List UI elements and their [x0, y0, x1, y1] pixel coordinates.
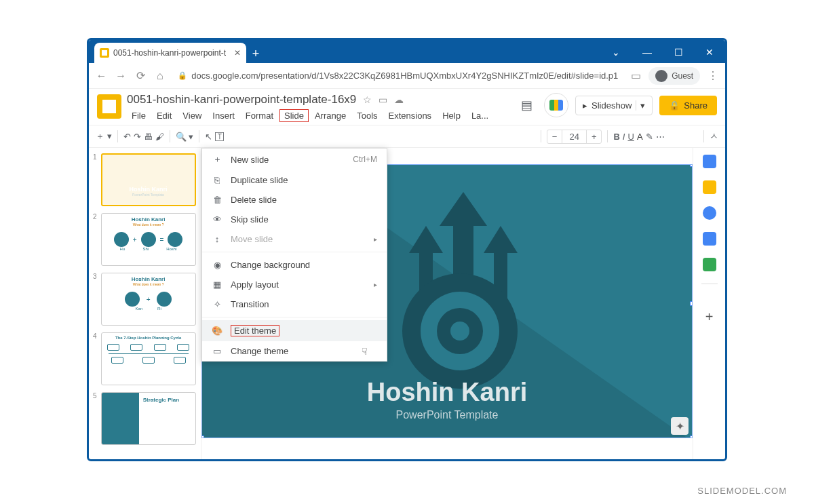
tab-title: 0051-hoshin-kanri-powerpoint-t [113, 48, 226, 58]
menu-arrange[interactable]: Arrange [310, 109, 351, 122]
browser-tab[interactable]: 0051-hoshin-kanri-powerpoint-t ✕ [94, 43, 246, 63]
selection-handle[interactable] [690, 301, 693, 306]
profile-label: Guest [672, 71, 693, 81]
highlight-button[interactable]: ✎ [646, 132, 653, 142]
slide-title[interactable]: Hoshin Kanri [202, 378, 692, 407]
new-slide-tool[interactable]: ＋ ▾ [96, 130, 112, 142]
fontsize-increase[interactable]: + [587, 130, 602, 143]
menu-edit-theme[interactable]: 🎨Edit theme☟ [202, 320, 387, 341]
browser-menu-button[interactable]: ⋮ [705, 66, 720, 85]
menu-change-theme[interactable]: ▭Change theme [202, 341, 387, 361]
nav-forward-button[interactable]: → [114, 66, 128, 85]
menu-new-slide[interactable]: ＋New slideCtrl+M [202, 149, 387, 170]
explore-button[interactable]: ✦ [671, 417, 689, 435]
textbox-tool[interactable]: 🅃 [215, 132, 224, 142]
nav-back-button[interactable]: ← [94, 66, 109, 85]
contacts-icon[interactable] [703, 232, 716, 246]
tasks-icon[interactable] [703, 206, 716, 220]
zoom-button[interactable]: 🔍 ▾ [176, 132, 194, 142]
window-maximize-button[interactable]: ☐ [663, 41, 694, 63]
share-button[interactable]: 🔒 Share [659, 96, 717, 115]
thumbnail-2[interactable]: 2 Hoshin Kanri What does it mean ? + = H… [93, 213, 197, 266]
thumbnail-4[interactable]: 4 The 7-Step Hoshin Planning Cycle [93, 332, 197, 385]
window-titlebar: 0051-hoshin-kanri-powerpoint-t ✕ + ⌄ — ☐… [89, 40, 725, 63]
menu-apply-layout[interactable]: ▦Apply layout▸ [202, 275, 387, 294]
slideshow-dropdown-icon[interactable]: ▾ [636, 100, 645, 111]
document-title[interactable]: 0051-hoshin-kanri-powerpoint-template-16… [127, 93, 356, 106]
menu-slide[interactable]: Slide [279, 109, 309, 122]
menu-move-slide: ↕Move slide▸ [202, 229, 387, 249]
menu-extensions[interactable]: Extensions [384, 109, 437, 122]
new-tab-button[interactable]: + [246, 44, 265, 63]
paint-format-button[interactable]: 🖌 [155, 132, 164, 142]
thumbnail-5[interactable]: 5 Strategic Plan [93, 392, 197, 445]
cursor-icon: ☟ [362, 346, 368, 357]
document-title-row: 0051-hoshin-kanri-powerpoint-template-16… [127, 93, 510, 106]
menu-skip-slide[interactable]: 👁Skip slide [202, 210, 387, 229]
print-button[interactable]: 🖶 [144, 132, 153, 142]
window-minimize-button[interactable]: — [632, 41, 663, 63]
slide-canvas[interactable]: ＋New slideCtrl+M ⎘Duplicate slide 🗑Delet… [201, 148, 693, 461]
meet-icon [549, 100, 563, 111]
text-color-button[interactable]: A [637, 132, 643, 142]
menu-delete-slide[interactable]: 🗑Delete slide [202, 190, 387, 210]
thumbnail-1[interactable]: 1 Hoshin Kanri PowerPoint Template [93, 153, 197, 206]
window-chevron-icon[interactable]: ⌄ [600, 41, 632, 63]
fontsize-decrease[interactable]: − [547, 130, 562, 143]
menu-format[interactable]: Format [241, 109, 278, 122]
font-size-stepper[interactable]: − 24 + [547, 130, 602, 144]
selection-handle[interactable] [690, 164, 693, 167]
meet-button[interactable] [544, 93, 568, 117]
underline-button[interactable]: U [627, 132, 634, 142]
comments-button[interactable]: ▤ [516, 94, 537, 116]
window-close-button[interactable]: ✕ [694, 41, 725, 63]
menu-help[interactable]: Help [438, 109, 465, 122]
watermark: SLIDEMODEL.COM [697, 486, 787, 496]
nav-reload-button[interactable]: ⟳ [134, 66, 148, 85]
redo-button[interactable]: ↷ [134, 132, 141, 142]
menu-tools[interactable]: Tools [352, 109, 382, 122]
selection-handle[interactable] [690, 435, 693, 438]
add-addon-button[interactable]: + [703, 309, 716, 323]
avatar-icon [655, 70, 667, 82]
thumbnail-3[interactable]: 3 Hoshin Kanri What does it mean ? + Kan… [93, 273, 197, 326]
selection-handle[interactable] [201, 435, 204, 438]
maps-icon[interactable] [703, 258, 716, 271]
menu-view[interactable]: View [178, 109, 206, 122]
menu-change-background[interactable]: ◉Change background [202, 255, 387, 275]
thumb-1-preview: Hoshin Kanri PowerPoint Template [101, 153, 196, 206]
url-field[interactable]: 🔒 docs.google.com/presentation/d/1Vs8x22… [172, 71, 623, 81]
undo-button[interactable]: ↶ [123, 132, 131, 142]
profile-chip[interactable]: Guest [648, 67, 700, 85]
play-icon: ▸ [583, 100, 587, 111]
menu-overflow[interactable]: La... [467, 109, 493, 122]
thumb-3-preview: Hoshin Kanri What does it mean ? + KanRi [101, 273, 196, 326]
share-label: Share [684, 100, 708, 111]
menu-insert[interactable]: Insert [208, 109, 239, 122]
menu-duplicate-slide[interactable]: ⎘Duplicate slide [202, 170, 387, 190]
move-icon[interactable]: ▭ [379, 94, 387, 105]
slideshow-button[interactable]: ▸ Slideshow ▾ [575, 96, 653, 115]
keep-icon[interactable] [703, 180, 716, 194]
italic-button[interactable]: I [623, 132, 625, 142]
more-tools-button[interactable]: ⋯ [656, 132, 665, 142]
menu-edit[interactable]: Edit [152, 109, 176, 122]
app-header: 0051-hoshin-kanri-powerpoint-template-16… [89, 89, 725, 122]
star-icon[interactable]: ☆ [363, 94, 372, 105]
browser-window: 0051-hoshin-kanri-powerpoint-t ✕ + ⌄ — ☐… [87, 38, 727, 461]
calendar-icon[interactable] [703, 155, 716, 168]
fontsize-value[interactable]: 24 [562, 130, 586, 143]
extension-icon[interactable]: ▭ [629, 66, 643, 85]
slides-logo[interactable] [97, 94, 121, 119]
bold-button[interactable]: B [613, 132, 619, 142]
cloud-status-icon[interactable]: ☁ [394, 94, 404, 105]
tab-close-icon[interactable]: ✕ [234, 48, 241, 58]
menu-transition[interactable]: ✧Transition [202, 294, 387, 314]
select-tool[interactable]: ↖ [205, 132, 212, 142]
nav-home-button[interactable]: ⌂ [153, 66, 167, 85]
menu-bar: File Edit View Insert Format Slide Arran… [127, 109, 510, 122]
menu-file[interactable]: File [127, 109, 151, 122]
thumbnail-panel[interactable]: 1 Hoshin Kanri PowerPoint Template 2 Hos… [89, 148, 201, 461]
slide-subtitle[interactable]: PowerPoint Template [202, 409, 692, 421]
hide-menus-button[interactable]: ㅅ [710, 130, 718, 142]
